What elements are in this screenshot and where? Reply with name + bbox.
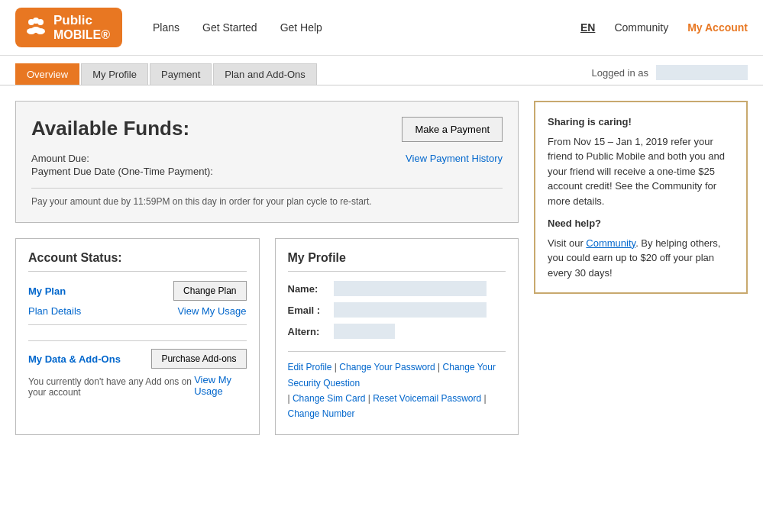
language-button[interactable]: EN — [580, 21, 595, 34]
nav-get-help[interactable]: Get Help — [280, 21, 322, 34]
logo-text: Public MOBILE® — [53, 14, 110, 41]
logo-icon — [24, 15, 47, 41]
view-my-usage-link[interactable]: View My Usage — [177, 305, 246, 317]
my-data-addons-link[interactable]: My Data & Add-Ons — [28, 353, 121, 365]
reset-voicemail-link[interactable]: Reset Voicemail Password — [373, 393, 481, 404]
nav-get-started[interactable]: Get Started — [202, 21, 257, 34]
payment-due-row: Payment Due Date (One-Time Payment): — [31, 166, 503, 177]
plan-divider-2 — [28, 340, 247, 341]
name-value — [334, 281, 487, 296]
profile-links: Edit Profile | Change Your Password | Ch… — [288, 351, 506, 422]
addons-row: My Data & Add-Ons Purchase Add-ons — [28, 349, 247, 369]
plan-details-row: Plan Details View My Usage — [28, 305, 247, 317]
change-plan-button[interactable]: Change Plan — [173, 281, 246, 301]
funds-title: Available Funds: — [31, 117, 189, 140]
purchase-addons-button[interactable]: Purchase Add-ons — [151, 349, 246, 369]
main-content: Available Funds: Make a Payment Amount D… — [0, 85, 763, 450]
amount-due-label: Amount Due: — [31, 153, 89, 164]
edit-profile-link[interactable]: Edit Profile — [288, 362, 332, 372]
sharing-box: Sharing is caring! From Nov 15 – Jan 1, … — [534, 101, 748, 294]
funds-header: Available Funds: Make a Payment — [31, 117, 503, 142]
amount-due-row: Amount Due: View Payment History — [31, 153, 503, 164]
need-help-body1: Visit our — [548, 237, 586, 249]
plan-details-link[interactable]: Plan Details — [28, 305, 81, 317]
email-label: Email : — [288, 305, 334, 316]
my-plan-link[interactable]: My Plan — [28, 285, 66, 297]
tab-overview[interactable]: Overview — [15, 63, 79, 85]
plan-divider — [28, 324, 247, 325]
svg-point-5 — [31, 27, 40, 33]
change-number-link[interactable]: Change Number — [288, 408, 355, 419]
available-funds-box: Available Funds: Make a Payment Amount D… — [15, 101, 519, 223]
name-label: Name: — [288, 283, 334, 295]
tab-my-profile[interactable]: My Profile — [81, 63, 148, 85]
view-usage-addons-link[interactable]: View My Usage — [194, 374, 246, 397]
addons-note-row: You currently don't have any Add ons on … — [28, 373, 247, 398]
my-account-link[interactable]: My Account — [687, 21, 748, 34]
tab-plan-addons[interactable]: Plan and Add-Ons — [213, 63, 317, 85]
view-payment-history-link[interactable]: View Payment History — [406, 153, 503, 164]
alternate-field-row: Altern: — [288, 324, 506, 339]
right-column: Sharing is caring! From Nov 15 – Jan 1, … — [534, 101, 748, 435]
payment-due-label: Payment Due Date (One-Time Payment): — [31, 166, 213, 177]
change-sim-link[interactable]: Change Sim Card — [293, 393, 365, 404]
sharing-community-link[interactable]: Community — [586, 237, 635, 249]
account-status-box: Account Status: My Plan Change Plan Plan… — [15, 238, 260, 435]
account-tabs: Overview My Profile Payment Plan and Add… — [15, 63, 317, 85]
tabs-section: Overview My Profile Payment Plan and Add… — [0, 56, 763, 85]
alternate-label: Altern: — [288, 326, 334, 337]
left-column: Available Funds: Make a Payment Amount D… — [15, 101, 519, 435]
make-payment-button[interactable]: Make a Payment — [402, 117, 503, 142]
sharing-title: Sharing is caring! — [548, 114, 734, 130]
bottom-panels: Account Status: My Plan Change Plan Plan… — [15, 238, 519, 435]
my-profile-title: My Profile — [288, 251, 506, 272]
main-nav: Plans Get Started Get Help — [153, 21, 580, 34]
addons-note: You currently don't have any Add ons on … — [28, 376, 194, 398]
nav-plans[interactable]: Plans — [153, 21, 179, 34]
account-status-title: Account Status: — [28, 251, 247, 272]
need-help-title: Need help? — [548, 216, 734, 231]
funds-note: Pay your amount due by 11:59PM on this d… — [31, 188, 503, 207]
need-help-text: Visit our Community. By helping others, … — [548, 237, 720, 279]
my-plan-row: My Plan Change Plan — [28, 281, 247, 301]
email-field-row: Email : — [288, 302, 506, 318]
svg-point-2 — [33, 18, 39, 24]
my-profile-box: My Profile Name: Email : Altern: Edit Pr… — [275, 238, 519, 435]
alternate-value — [334, 324, 395, 339]
tab-payment[interactable]: Payment — [150, 63, 212, 85]
change-password-link[interactable]: Change Your Password — [339, 362, 435, 372]
logo[interactable]: Public MOBILE® — [15, 8, 122, 47]
funds-details: Amount Due: View Payment History Payment… — [31, 153, 503, 177]
logged-in-value — [656, 65, 748, 80]
site-header: Public MOBILE® Plans Get Started Get Hel… — [0, 0, 763, 56]
email-value — [334, 302, 487, 318]
community-link[interactable]: Community — [614, 21, 668, 34]
header-right: EN Community My Account — [580, 21, 748, 34]
sharing-body: From Nov 15 – Jan 1, 2019 refer your fri… — [548, 136, 725, 207]
logged-in-label: Logged in as — [592, 67, 648, 79]
name-field-row: Name: — [288, 281, 506, 296]
logged-in-section: Logged in as — [592, 65, 748, 85]
